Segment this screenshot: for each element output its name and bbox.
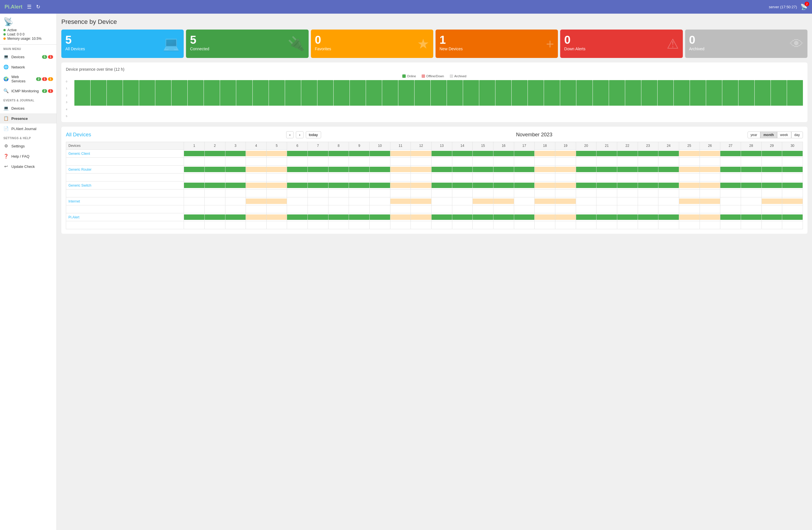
gantt-subrow-cell-28: [741, 221, 762, 229]
gantt-cell-Internet-25: [679, 197, 699, 205]
gantt-subrow-cell-29: [762, 205, 782, 213]
gantt-cell-Generic-Client-7: [308, 150, 329, 158]
gantt-cell-Pi.Alert-2: [204, 213, 225, 221]
gantt-bar: [617, 151, 638, 156]
gantt-subrow-cell-6: [287, 174, 308, 182]
gantt-cell-Generic-Switch-21: [596, 182, 617, 189]
device-link[interactable]: Generic Client: [69, 152, 90, 156]
gantt-cell-Generic-Switch-17: [514, 182, 535, 189]
sidebar-item-presence[interactable]: 📋Presence: [0, 113, 57, 124]
gantt-subrow-cell-15: [473, 158, 493, 166]
gantt-bar: [329, 151, 349, 156]
view-btn-year[interactable]: year: [748, 131, 760, 138]
sidebar-item-network[interactable]: 🌐Network: [0, 62, 57, 72]
gantt-subrow-cell-25: [679, 174, 699, 182]
gantt-cell-Generic-Client-17: [514, 150, 535, 158]
x-axis-label: 12:50: [172, 106, 185, 109]
gantt-cell-Generic-Client-5: [266, 150, 287, 158]
gantt-subrow-cell-8: [328, 221, 349, 229]
gantt-bar: [679, 199, 699, 204]
sidebar-item-icmp-monitoring[interactable]: 🔍ICMP Monitoring21: [0, 86, 57, 96]
gantt-cell-Generic-Client-9: [349, 150, 369, 158]
gantt-bar: [473, 167, 493, 172]
device-link[interactable]: Internet: [69, 199, 80, 203]
stat-num: 1: [439, 34, 554, 45]
x-axis-label: 13:35: [317, 106, 331, 109]
gantt-cell-Generic-Router-19: [555, 166, 576, 174]
chart-bar: [301, 80, 317, 106]
gantt-cell-Generic-Client-24: [658, 150, 679, 158]
view-btn-day[interactable]: day: [791, 131, 803, 138]
y-axis-label: 5: [66, 115, 73, 118]
stat-card-connected[interactable]: 5 Connected 🔌: [186, 30, 308, 58]
stat-card-all-devices[interactable]: 5 All Devices 💻: [61, 30, 184, 58]
gantt-cell-Generic-Router-8: [328, 166, 349, 174]
memory-dot: [3, 38, 6, 40]
gantt-bar: [555, 151, 576, 156]
view-btn-month[interactable]: month: [760, 131, 777, 138]
sidebar-item-journal[interactable]: 📄Pi.Alert Journal: [0, 124, 57, 134]
view-btn-week[interactable]: week: [777, 131, 791, 138]
device-link[interactable]: Generic Router: [69, 168, 91, 172]
sidebar-item-help[interactable]: ❓Help / FAQ: [0, 151, 57, 161]
gantt-cell-Generic-Client-21: [596, 150, 617, 158]
gantt-cell-Generic-Router-20: [576, 166, 596, 174]
chart-bar: [593, 80, 609, 106]
sidebar-item-update-check[interactable]: ↩Update Check: [0, 161, 57, 172]
device-name-cell: Generic Client: [66, 150, 184, 158]
gantt-bar: [782, 214, 803, 220]
gantt-cell-Internet-17: [514, 197, 535, 205]
gantt-header-day-11: 11: [390, 142, 411, 150]
gantt-bar: [782, 183, 803, 188]
gantt-subrow-cell-17: [514, 205, 535, 213]
gantt-bar: [226, 214, 246, 220]
gantt-cell-Pi.Alert-3: [225, 213, 246, 221]
sidebar-label-journal: Pi.Alert Journal: [11, 127, 37, 131]
x-axis-label: 13:50: [366, 106, 379, 109]
device-link[interactable]: Pi.Alert: [69, 215, 79, 219]
x-axis-label: 16:45: [593, 106, 606, 109]
sidebar-item-web-services[interactable]: 🌍Web Services211: [0, 72, 57, 86]
gantt-bar: [287, 214, 307, 220]
stat-card-archived[interactable]: 0 Archived 👁: [685, 30, 808, 58]
x-axis-label: 13:25: [285, 106, 298, 109]
gantt-subrow-cell-12: [411, 221, 432, 229]
device-name-cell: Internet: [66, 197, 184, 205]
legend-dot: [422, 74, 425, 78]
device-link[interactable]: Generic Switch: [69, 184, 91, 187]
gantt-cell-Generic-Router-10: [369, 166, 390, 174]
sidebar-icon-devices: 💻: [3, 54, 9, 59]
chart-bar: [495, 80, 511, 106]
gantt-cell-Generic-Switch-7: [308, 182, 329, 189]
gantt-subrow-cell-24: [658, 221, 679, 229]
next-btn[interactable]: ›: [296, 131, 303, 138]
gantt-subrow-cell-1: [184, 174, 205, 182]
sidebar-item-events-devices[interactable]: 💻Devices: [0, 103, 57, 113]
menu-icon[interactable]: ☰: [27, 4, 31, 10]
gantt-subrow-cell-19: [555, 205, 576, 213]
today-btn[interactable]: today: [306, 131, 321, 138]
gantt-subrow: [66, 189, 803, 197]
stat-card-favorites[interactable]: 0 Favorites ★: [311, 30, 433, 58]
sidebar-item-settings[interactable]: ⚙Settings: [0, 141, 57, 151]
stat-card-down-alerts[interactable]: 0 Down Alerts ⚠: [560, 30, 683, 58]
gantt-cell-Internet-1: [184, 197, 205, 205]
gantt-cell-Pi.Alert-28: [741, 213, 762, 221]
sidebar-item-devices[interactable]: 💻Devices51: [0, 52, 57, 62]
gantt-cell-Generic-Client-12: [411, 150, 432, 158]
sidebar-label-network: Network: [11, 65, 25, 69]
gantt-subrow-cell-18: [535, 221, 555, 229]
gantt-subrow: [66, 205, 803, 213]
chart-bars: [74, 80, 803, 106]
gantt-subrow-cell-24: [658, 158, 679, 166]
sidebar-label-settings: Settings: [11, 144, 25, 148]
stat-card-new-devices[interactable]: 1 New Devices +: [436, 30, 558, 58]
gantt-bar: [638, 214, 658, 220]
x-axis-label: 17:05: [657, 106, 671, 109]
refresh-icon[interactable]: ↻: [36, 4, 40, 10]
gantt-subrow-cell-28: [741, 158, 762, 166]
gantt-subrow-cell-24: [658, 189, 679, 197]
gantt-subrow-cell-15: [473, 221, 493, 229]
gantt-cell-Pi.Alert-22: [617, 213, 638, 221]
prev-btn[interactable]: ‹: [286, 131, 293, 138]
